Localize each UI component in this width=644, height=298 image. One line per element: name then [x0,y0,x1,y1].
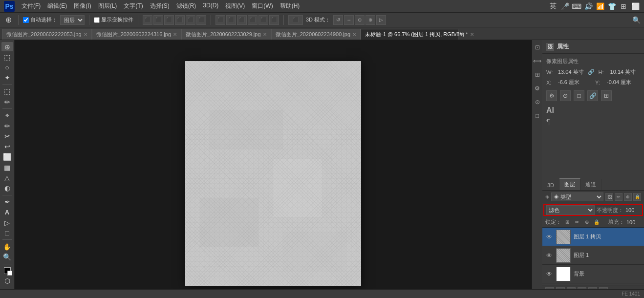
3d-btn-4[interactable]: ⊕ [365,15,375,25]
lf-icon-3[interactable]: ⊕ [624,193,632,201]
auto-select-checkbox[interactable]: 自动选择： [23,16,57,23]
distribute-left[interactable]: ⬛ [215,15,225,25]
menu-image[interactable]: 图像(I) [71,1,94,11]
show-transform-checkbox[interactable]: 显示变换控件 [94,16,133,23]
search-btn[interactable]: 🔍 [631,15,641,25]
speaker-icon[interactable]: 🔊 [583,1,593,11]
tab-3[interactable]: 微信图片_20200602233029.jpg ✕ [181,29,271,40]
align-bottom[interactable]: ⬛ [196,15,206,25]
quick-mask[interactable]: ⬡ [1,277,13,286]
right-icon-6[interactable]: □ [532,110,543,121]
layer-eye-1[interactable]: 👁 [545,233,553,241]
zoom-tool[interactable]: 🔍 [1,252,13,261]
prop-icon-3[interactable]: □ [574,90,584,101]
3d-btn-1[interactable]: ↺ [333,15,343,25]
menu-window[interactable]: 窗口(W) [249,1,276,11]
blend-mode-select[interactable]: 滤色 [546,205,595,215]
layers-tab-3d[interactable]: 3D [542,180,559,190]
tab-5[interactable]: 未标题-1 @ 66.7% (图层 1 拷贝, RGB/8#) * ✕ [361,29,458,40]
prop-icon-5[interactable]: ⊞ [601,90,612,101]
history-brush[interactable]: ↩ [1,142,13,151]
layer-eye-3[interactable]: 👁 [545,270,553,278]
align-top[interactable]: ⬛ [175,15,185,25]
tab-overflow[interactable]: » [458,30,467,38]
3d-btn-2[interactable]: ↔ [344,15,354,25]
menu-select[interactable]: 选择(S) [147,1,172,11]
lasso-tool[interactable]: ○ [1,63,13,72]
shape-tool[interactable]: □ [1,228,13,237]
dodge-tool[interactable]: ◐ [1,183,13,192]
lf-icon-1[interactable]: 🖼 [605,193,613,201]
lock-artboard[interactable]: ⊕ [583,218,591,226]
right-icon-4[interactable]: ⚙ [532,83,543,94]
menu-view[interactable]: 视图(V) [222,1,248,11]
right-icon-5[interactable]: ⊙ [532,97,543,107]
shirt-icon[interactable]: 👕 [607,1,617,11]
distribute-right[interactable]: ⬛ [237,15,247,25]
gradient-tool[interactable]: ▦ [1,163,13,172]
tab-close-1[interactable]: ✕ [84,32,87,37]
layer-item-copy[interactable]: 👁 图层 1 拷贝 [542,228,644,246]
tab-close-5[interactable]: ✕ [470,32,474,37]
lock-all[interactable]: 🔒 [593,218,601,226]
layers-tab-channels[interactable]: 通道 [580,179,601,190]
clone-stamp[interactable]: ✂ [1,131,13,141]
layer-eye-2[interactable]: 👁 [545,252,553,259]
window-controls[interactable]: ⬜ [630,1,640,11]
blur-tool[interactable]: △ [1,173,13,182]
brush-tool[interactable]: ✏ [1,121,13,130]
menu-help[interactable]: 帮助(H) [277,1,303,11]
right-icon-1[interactable]: ⊡ [532,42,543,53]
lock-position[interactable]: ✏ [573,218,581,226]
lf-icon-4[interactable]: 🔒 [633,193,641,201]
distribute-bottom[interactable]: ⬛ [269,15,279,25]
distribute-center-v[interactable]: ⬛ [258,15,268,25]
keyboard-icon[interactable]: ⌨ [572,1,581,11]
eyedropper-tool[interactable]: ✏ [1,97,13,106]
layers-filter-select[interactable]: ◈ 类型 [551,192,603,201]
auto-select-dropdown[interactable]: 图层 [60,15,85,25]
link-icon[interactable]: 🔗 [588,69,595,75]
layer-item-bg[interactable]: 👁 背景 [542,265,644,283]
move-tool[interactable]: ⊕ [1,42,13,51]
menu-edit[interactable]: 编辑(E) [44,1,70,11]
layer-item-1[interactable]: 👁 图层 1 [542,246,644,265]
align-center-v[interactable]: ⬛ [186,15,195,25]
right-icon-3[interactable]: ⊞ [532,69,543,80]
wifi-icon[interactable]: 📶 [595,1,605,11]
mic-icon[interactable]: 🎤 [560,1,570,11]
menu-text[interactable]: 文字(T) [121,1,146,11]
lf-icon-2[interactable]: ✏ [615,193,623,201]
menu-3d[interactable]: 3D(D) [200,1,221,11]
tab-4[interactable]: 微信图片_20200602234900.jpg ✕ [271,29,361,40]
align-center-h[interactable]: ⬛ [153,15,163,25]
tab-1[interactable]: 微信图片_20200602222053.jpg ✕ [2,29,92,40]
eraser-tool[interactable]: ⬜ [1,152,13,162]
prop-icon-2[interactable]: ⊙ [560,90,571,101]
right-icon-2[interactable]: ⟺ [532,56,543,66]
prop-icon-1[interactable]: ⚙ [546,90,557,101]
pen-tool[interactable]: ✒ [1,197,13,206]
spot-heal-tool[interactable]: ⌖ [1,111,13,120]
path-select[interactable]: ▷ [1,218,13,227]
tab-2[interactable]: 微信图片_20200602224316.jpg ✕ [92,29,182,40]
lock-pixel[interactable]: ⊞ [563,218,571,226]
prop-icon-4[interactable]: 🔗 [587,90,598,101]
distribute-top[interactable]: ⬛ [248,15,258,25]
menu-layer[interactable]: 图层(L) [95,1,120,11]
fg-bg-colors[interactable] [1,266,13,275]
distribute-center-h[interactable]: ⬛ [226,15,236,25]
crop-tool[interactable]: ⬚ [1,87,13,96]
tab-close-2[interactable]: ✕ [173,32,177,37]
menu-filter[interactable]: 滤镜(R) [173,1,199,11]
grid-icon[interactable]: ⊞ [619,1,628,11]
tab-close-4[interactable]: ✕ [352,32,356,37]
3d-btn-3[interactable]: ⊙ [355,15,365,25]
lang-icon[interactable]: 英 [548,1,558,11]
auto-align-btn[interactable]: ⬛ [288,15,303,25]
hand-tool[interactable]: ✋ [1,242,13,251]
3d-btn-5[interactable]: ▷ [376,15,386,25]
marquee-tool[interactable]: ⬚ [1,52,13,62]
tab-close-3[interactable]: ✕ [263,32,267,37]
layers-tab-layers[interactable]: 图层 [559,178,580,190]
